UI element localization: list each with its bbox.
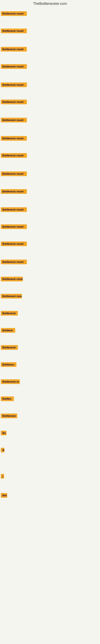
bottleneck-item: Bottlenec — [1, 362, 16, 368]
bottleneck-badge[interactable]: Bottleneck result — [1, 82, 27, 87]
bottleneck-badge[interactable]: Bottleneck resul — [1, 294, 22, 298]
bottleneck-badge[interactable]: B — [1, 448, 4, 452]
bottleneck-item: Bottleneck result — [1, 172, 27, 177]
bottleneck-item: Bottleneck result — [1, 28, 27, 34]
bottleneck-badge[interactable]: Bottleneck result — [1, 100, 27, 104]
bottleneck-item: Bot — [1, 493, 7, 498]
bottleneck-badge[interactable]: Bottleneck result — [1, 47, 27, 52]
bottleneck-badge[interactable]: Bottleneck re — [1, 379, 20, 384]
bottleneck-item: Bottleneck result — [1, 11, 27, 17]
bottleneck-item: Bottleneck result — [1, 82, 27, 88]
bottleneck-badge[interactable]: Bottleneck — [1, 345, 18, 350]
bottleneck-badge[interactable]: Bottlen — [1, 396, 14, 401]
bottleneck-badge[interactable]: Bottlene — [1, 328, 15, 333]
bottleneck-item: B — [1, 448, 4, 453]
bottleneck-item: Bottleneck resul — [1, 294, 22, 299]
bottleneck-item: Bottleneck result — [1, 207, 27, 213]
bottleneck-item: Bottleneck result — [1, 189, 27, 194]
bottleneck-item: Bottleneck result — [1, 118, 27, 123]
site-title: TheBottlenecker.com — [0, 0, 100, 7]
bottleneck-item: Bottleneck result — [1, 224, 27, 230]
bottleneck-badge[interactable]: Bottleneck — [1, 311, 18, 316]
bottleneck-item: Bottleneck result — [1, 64, 27, 70]
bottleneck-badge[interactable]: Bottleneck result — [1, 207, 27, 212]
bottleneck-badge[interactable]: Bot — [1, 493, 7, 498]
bottleneck-list — [0, 7, 100, 11]
bottleneck-badge[interactable]: Bottleneck result — [1, 224, 27, 229]
bottleneck-badge[interactable]: Bottlenec — [1, 362, 16, 367]
bottleneck-item: Bottleneck result — [1, 260, 27, 265]
bottleneck-item: Bottleneck — [1, 414, 17, 419]
bottleneck-item: Bo — [1, 431, 6, 436]
bottleneck-badge[interactable]: Bottleneck result — [1, 64, 27, 69]
bottleneck-item: Bottleneck result — [1, 136, 27, 142]
bottleneck-item: Bottleneck — [1, 345, 18, 350]
bottleneck-item: Bottleneck result — [1, 242, 27, 247]
bottleneck-badge[interactable]: Bottleneck result — [1, 260, 27, 264]
bottleneck-badge[interactable]: Bottleneck result — [1, 242, 27, 246]
bottleneck-item: Bottleneck result — [1, 100, 27, 105]
bottleneck-badge[interactable]: | — [1, 474, 4, 478]
bottleneck-badge[interactable]: Bottleneck result — [1, 277, 23, 281]
bottleneck-item: Bottlen — [1, 396, 14, 402]
bottleneck-badge[interactable]: Bottleneck result — [1, 189, 27, 194]
bottleneck-badge[interactable]: Bottleneck result — [1, 11, 27, 16]
bottleneck-badge[interactable]: Bottleneck — [1, 414, 17, 418]
bottleneck-item: Bottleneck result — [1, 47, 27, 52]
bottleneck-badge[interactable]: Bottleneck result — [1, 153, 27, 158]
bottleneck-badge[interactable]: Bottleneck result — [1, 28, 27, 33]
bottleneck-item: Bottleneck — [1, 311, 18, 316]
bottleneck-badge[interactable]: Bo — [1, 431, 6, 435]
bottleneck-item: Bottlene — [1, 328, 15, 334]
bottleneck-item: Bottleneck re — [1, 379, 20, 385]
bottleneck-badge[interactable]: Bottleneck result — [1, 172, 27, 176]
bottleneck-badge[interactable]: Bottleneck result — [1, 118, 27, 122]
bottleneck-item: Bottleneck result — [1, 277, 23, 282]
bottleneck-badge[interactable]: Bottleneck result — [1, 136, 27, 141]
bottleneck-item: Bottleneck result — [1, 153, 27, 158]
bottleneck-item: | — [1, 474, 4, 480]
site-title-bar: TheBottlenecker.com — [0, 0, 100, 7]
